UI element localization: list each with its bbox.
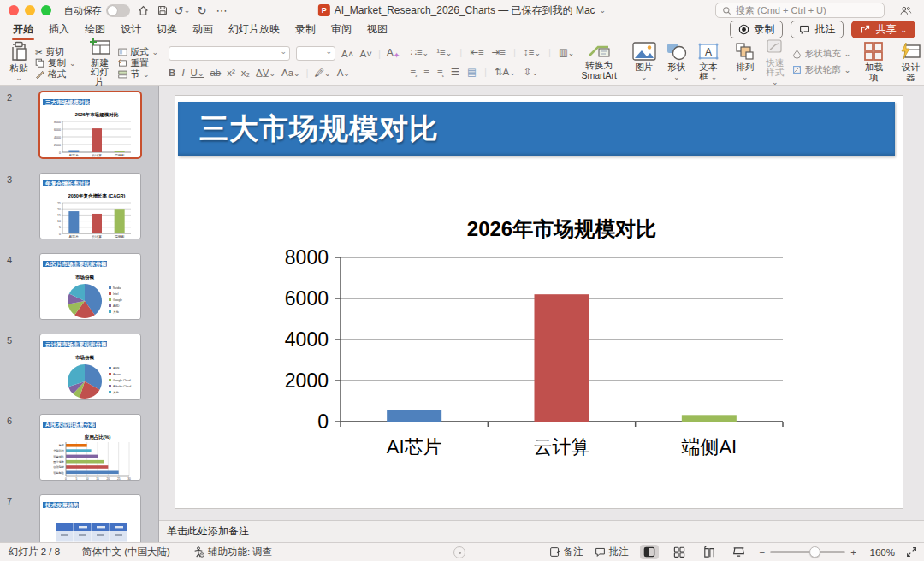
slide-bar-chart[interactable]: 2026年市场规模对比02000400060008000AI芯片云计算端侧AI bbox=[274, 205, 813, 470]
tab-5[interactable]: 动画 bbox=[185, 20, 221, 41]
align-right-button[interactable]: ≡͕ bbox=[437, 67, 443, 77]
zoom-slider-thumb[interactable] bbox=[809, 546, 820, 558]
addins-button[interactable]: 加载项 bbox=[861, 42, 886, 81]
notes-pane[interactable]: 单击此处添加备注 bbox=[159, 520, 924, 542]
slide-title-banner[interactable]: 三大市场规模对比 bbox=[178, 102, 895, 156]
slide-number-indicator[interactable]: 幻灯片 2 / 8 bbox=[9, 546, 60, 558]
tab-8[interactable]: 审阅 bbox=[323, 20, 359, 41]
search-input[interactable]: 搜索 (Cmd + Ctrl + U) bbox=[715, 3, 885, 18]
slide-sorter-view-button[interactable] bbox=[670, 545, 689, 559]
comments-toggle-button[interactable]: 批注 bbox=[595, 546, 629, 558]
minimize-window-button[interactable] bbox=[25, 5, 35, 15]
comments-button[interactable]: 批注 bbox=[791, 21, 844, 38]
notes-toggle-button[interactable]: 备注 bbox=[549, 546, 583, 558]
section-button[interactable]: 节⌄ bbox=[118, 68, 159, 80]
char-spacing-button[interactable]: A̲V̲⌄ bbox=[256, 68, 275, 78]
undo-icon[interactable]: ↺⌄ bbox=[175, 3, 189, 17]
tab-4[interactable]: 切换 bbox=[149, 20, 185, 41]
bold-button[interactable]: B bbox=[169, 68, 175, 78]
quick-styles-button[interactable]: 快速样式 ⌄ bbox=[762, 38, 788, 86]
tab-3[interactable]: 设计 bbox=[113, 20, 149, 41]
thumbnail-slide-3[interactable]: 3年复合增长率对比2030年复合增长率 (CAGR)0510152025AI芯片… bbox=[0, 173, 158, 239]
tab-1[interactable]: 插入 bbox=[41, 20, 77, 41]
splitter-handle[interactable] bbox=[453, 546, 465, 558]
zoom-slider[interactable] bbox=[770, 551, 845, 553]
smartart-button[interactable]: 转换为SmartArt bbox=[578, 44, 619, 80]
designer-button[interactable]: 设计器 bbox=[897, 42, 924, 81]
record-button[interactable]: 录制 bbox=[730, 21, 783, 38]
shape-outline-button[interactable]: 形状轮廓⌄ bbox=[792, 64, 851, 75]
italic-button[interactable]: I bbox=[181, 68, 184, 78]
copy-button[interactable]: 复制⌄ bbox=[35, 57, 76, 68]
format-painter-button[interactable]: 格式 bbox=[35, 68, 76, 80]
copy-icon bbox=[35, 58, 44, 68]
distribute-button[interactable]: ▤ bbox=[467, 66, 477, 78]
clear-format-button[interactable]: A✦ bbox=[387, 47, 400, 60]
tab-0[interactable]: 开始 bbox=[5, 20, 41, 41]
share-button[interactable]: 共享 ⌄ bbox=[851, 21, 915, 38]
save-icon[interactable] bbox=[156, 3, 169, 17]
title-chevron-icon[interactable]: ⌄ bbox=[600, 6, 607, 15]
strikethrough-button[interactable]: ab bbox=[210, 68, 221, 78]
thumbnail-slide-7[interactable]: 7技术发展趋势 bbox=[0, 494, 158, 542]
grow-font-button[interactable]: A˄ bbox=[341, 49, 353, 59]
tab-7[interactable]: 录制 bbox=[287, 20, 323, 41]
tab-9[interactable]: 视图 bbox=[359, 20, 395, 41]
fit-slide-button[interactable] bbox=[906, 546, 917, 558]
textbox-button[interactable]: A 文本框 ⌄ bbox=[695, 42, 722, 81]
close-window-button[interactable] bbox=[9, 5, 19, 15]
thumbnail-slide-5[interactable]: 5云计算市场主要玩家份额市场份额AWSAzureGoogle CloudAlib… bbox=[0, 334, 158, 400]
zoom-in-button[interactable]: + bbox=[850, 547, 856, 558]
indent-button[interactable]: ⇥≡ bbox=[492, 46, 506, 58]
thumbnail-slide-4[interactable]: 4AI芯片市场主要玩家份额市场份额NvidiaIntelGoogleAMD其他 bbox=[0, 253, 158, 320]
accessibility-checker[interactable]: 辅助功能: 调查 bbox=[192, 546, 272, 558]
layout-button[interactable]: 版式⌄ bbox=[118, 46, 159, 57]
shape-fill-button[interactable]: 形状填充⌄ bbox=[792, 49, 851, 60]
arrange-button[interactable]: 排列 ⌄ bbox=[732, 42, 758, 81]
svg-text:医疗健康: 医疗健康 bbox=[53, 460, 65, 464]
thumbnail-slide-2[interactable]: 2三大市场规模对比2026年市场规模对比02000400060008000AI芯… bbox=[0, 91, 158, 159]
share-people-icon[interactable] bbox=[898, 3, 912, 17]
cut-button[interactable]: ✂剪切 bbox=[35, 46, 76, 57]
columns-button[interactable]: ▥⌄ bbox=[559, 46, 574, 58]
superscript-button[interactable]: x² bbox=[227, 68, 235, 78]
outdent-button[interactable]: ⇤≡ bbox=[470, 46, 483, 58]
align-left-button[interactable]: ≡͔ bbox=[411, 67, 417, 77]
normal-view-button[interactable] bbox=[640, 545, 659, 559]
reset-button[interactable]: 重置 bbox=[118, 57, 159, 68]
tab-2[interactable]: 绘图 bbox=[77, 20, 113, 41]
zoom-window-button[interactable] bbox=[41, 5, 51, 15]
zoom-out-button[interactable]: − bbox=[760, 547, 766, 558]
justify-button[interactable]: ☰ bbox=[451, 66, 459, 78]
autosave-toggle[interactable] bbox=[106, 4, 130, 17]
paste-button[interactable]: 粘贴 ⌄ bbox=[7, 41, 31, 82]
zoom-level[interactable]: 160% bbox=[868, 547, 895, 558]
line-spacing-button[interactable]: ↕≡⌄ bbox=[524, 47, 541, 57]
slideshow-view-button[interactable] bbox=[730, 545, 749, 559]
shapes-button[interactable]: 形状 ⌄ bbox=[663, 42, 690, 81]
language-indicator[interactable]: 简体中文 (中国大陆) bbox=[82, 546, 170, 558]
thumbnail-slide-6[interactable]: 6AI技术应用场景分布应用占比(%)051015202530教育金融科技智慧城市… bbox=[0, 414, 158, 481]
font-name-select[interactable] bbox=[169, 46, 290, 61]
align-text-button[interactable]: ⇳⌄ bbox=[524, 66, 538, 78]
font-size-select[interactable] bbox=[296, 46, 335, 61]
bullets-button[interactable]: ∷≡⌄ bbox=[411, 46, 429, 58]
change-case-button[interactable]: Aa⌄ bbox=[281, 68, 300, 78]
highlight-button[interactable]: 🖉⌄ bbox=[315, 68, 331, 78]
numbering-button[interactable]: ¹≡⌄ bbox=[436, 47, 452, 57]
more-commands-icon[interactable]: ⋯ bbox=[215, 3, 228, 17]
subscript-button[interactable]: x₂ bbox=[241, 68, 250, 78]
font-color-button[interactable]: A⌄ bbox=[337, 68, 350, 78]
home-icon[interactable] bbox=[136, 3, 150, 17]
align-center-button[interactable]: ≡ bbox=[424, 67, 429, 77]
slide-2[interactable]: 三大市场规模对比 2026年市场规模对比02000400060008000AI芯… bbox=[175, 96, 903, 508]
tab-6[interactable]: 幻灯片放映 bbox=[221, 20, 287, 41]
reading-view-button[interactable] bbox=[700, 545, 719, 559]
picture-button[interactable]: 图片 ⌄ bbox=[630, 42, 659, 81]
underline-button[interactable]: U⌄ bbox=[191, 68, 204, 78]
svg-text:2000: 2000 bbox=[285, 369, 329, 392]
text-direction-button[interactable]: ⇅A⌄ bbox=[495, 66, 516, 78]
shrink-font-button[interactable]: A˅ bbox=[359, 49, 371, 59]
redo-icon[interactable]: ↻ bbox=[195, 3, 209, 17]
new-slide-button[interactable]: 新建幻灯片 bbox=[86, 38, 114, 86]
